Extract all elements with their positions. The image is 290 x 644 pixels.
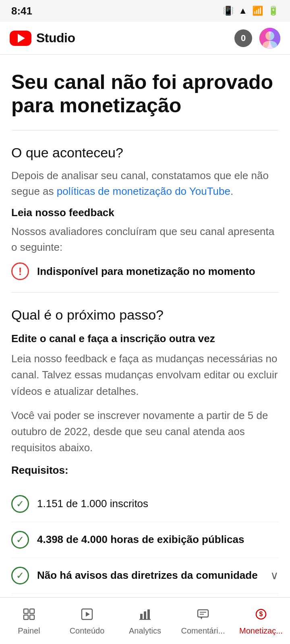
- page-title: Seu canal não foi aprovado para monetiza…: [11, 71, 279, 117]
- check-icon-community: ✓: [11, 567, 29, 584]
- svg-marker-10: [86, 612, 90, 617]
- nav-item-conteudo[interactable]: Conteúdo: [58, 598, 116, 644]
- wifi-icon: ▲: [238, 6, 247, 16]
- user-avatar[interactable]: [259, 28, 280, 49]
- bottom-nav: Painel Conteúdo Analytics: [0, 597, 290, 644]
- edit-body-2: Você vai poder se inscrever novamente a …: [11, 407, 279, 456]
- feedback-body: Nossos avaliadores concluíram que seu ca…: [11, 224, 279, 255]
- req-item-subscribers: ✓ 1.151 de 1.000 inscritos: [11, 486, 279, 522]
- grid-icon: [23, 608, 35, 623]
- topbar: Studio 0: [0, 22, 290, 55]
- nav-label-painel: Painel: [18, 626, 40, 636]
- dollar-icon: $: [255, 608, 267, 623]
- check-icon-subscribers: ✓: [11, 495, 29, 513]
- svg-rect-8: [30, 615, 34, 619]
- nav-label-conteudo: Conteúdo: [70, 626, 105, 636]
- warning-item: ! Indisponível para monetização no momen…: [11, 262, 279, 280]
- req-text-watch-hours: 4.398 de 4.000 horas de exibição pública…: [37, 533, 279, 546]
- nav-item-comentarios[interactable]: Comentári...: [174, 598, 232, 644]
- edit-body-1: Leia nosso feedback e faça as mudanças n…: [11, 351, 279, 399]
- req-text-subscribers: 1.151 de 1.000 inscritos: [37, 497, 279, 510]
- app-name: Studio: [36, 31, 75, 45]
- comments-icon: [197, 608, 209, 623]
- svg-rect-11: [140, 614, 143, 619]
- nav-label-comentarios: Comentári...: [181, 626, 225, 636]
- svg-marker-18: [200, 617, 203, 619]
- yt-play-button: [10, 31, 31, 46]
- signal-icon: 📶: [252, 6, 263, 16]
- check-icon-watch-hours: ✓: [11, 531, 29, 549]
- svg-rect-15: [198, 610, 208, 617]
- notification-badge[interactable]: 0: [234, 29, 252, 47]
- bar-chart-icon: [139, 608, 151, 623]
- vibrate-icon: 📳: [223, 6, 234, 16]
- status-time: 8:41: [11, 5, 32, 17]
- nav-item-monetizacao[interactable]: $ Monetizaç...: [232, 598, 290, 644]
- status-bar: 8:41 📳 ▲ 📶 🔋: [0, 0, 290, 22]
- what-happened-title: O que aconteceu?: [11, 145, 279, 161]
- next-steps-title: Qual é o próximo passo?: [11, 307, 279, 323]
- svg-rect-12: [144, 611, 146, 619]
- status-icons: 📳 ▲ 📶 🔋: [223, 6, 279, 16]
- feedback-title: Leia nosso feedback: [11, 206, 279, 219]
- monetization-policy-link[interactable]: políticas de monetização do YouTube: [57, 185, 230, 197]
- req-text-community: Não há avisos das diretrizes da comunida…: [37, 569, 262, 582]
- what-happened-body: Depois de analisar seu canal, constatamo…: [11, 168, 279, 199]
- battery-icon: 🔋: [268, 6, 279, 16]
- edit-title: Edite o canal e faça a inscrição outra v…: [11, 332, 279, 345]
- nav-item-painel[interactable]: Painel: [0, 598, 58, 644]
- req-item-community[interactable]: ✓ Não há avisos das diretrizes da comuni…: [11, 558, 279, 594]
- next-steps-section: Qual é o próximo passo? Edite o canal e …: [11, 293, 279, 602]
- nav-label-monetizacao: Monetizaç...: [239, 626, 283, 636]
- svg-rect-7: [24, 615, 28, 619]
- warning-text: Indisponível para monetização no momento: [37, 265, 255, 278]
- logo-area: Studio: [10, 31, 75, 46]
- topbar-actions: 0: [234, 28, 280, 49]
- chevron-down-icon[interactable]: ∨: [270, 569, 279, 582]
- page-heading: Seu canal não foi aprovado para monetiza…: [11, 55, 279, 130]
- nav-item-analytics[interactable]: Analytics: [116, 598, 174, 644]
- what-happened-section: O que aconteceu? Depois de analisar seu …: [11, 130, 279, 293]
- svg-rect-6: [30, 609, 34, 613]
- nav-label-analytics: Analytics: [129, 626, 161, 636]
- svg-rect-4: [270, 28, 280, 49]
- youtube-logo: [10, 31, 31, 46]
- svg-rect-3: [259, 28, 270, 49]
- requirements-label: Requisitos:: [11, 464, 279, 477]
- req-item-watch-hours: ✓ 4.398 de 4.000 horas de exibição públi…: [11, 522, 279, 558]
- svg-rect-13: [147, 609, 150, 619]
- svg-text:$: $: [259, 611, 263, 617]
- warning-icon: !: [11, 262, 29, 280]
- play-icon: [81, 608, 93, 623]
- main-content: Seu canal não foi aprovado para monetiza…: [0, 55, 290, 644]
- svg-rect-5: [24, 609, 28, 613]
